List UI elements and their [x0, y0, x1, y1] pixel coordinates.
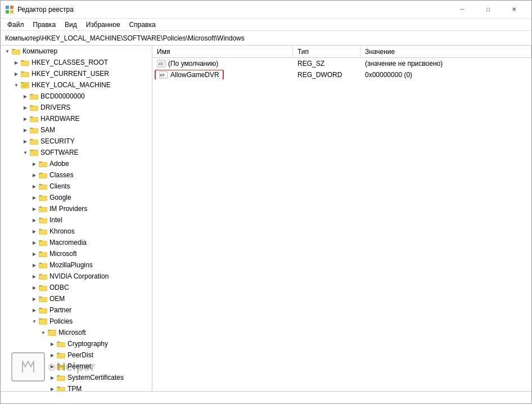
svg-rect-32: [30, 139, 33, 140]
cell-name-allowgamedvr: ## AllowGameDVR: [152, 70, 293, 79]
tree-item-computer[interactable]: ▼ Компьютер: [1, 46, 152, 57]
tree-label-classes: Classes: [49, 171, 74, 179]
tree-label-sam: SAM: [40, 126, 55, 134]
tree-item-software[interactable]: ▼ SOFTWARE: [1, 147, 152, 158]
svg-rect-42: [39, 174, 47, 178]
tree-item-policies[interactable]: ▼ Policies: [1, 316, 152, 327]
minimize-button[interactable]: ─: [449, 1, 475, 19]
svg-rect-0: [6, 6, 9, 9]
tree-item-nvidia[interactable]: ▶ NVIDIA Corporation: [1, 271, 152, 282]
tree-label-policies: Policies: [49, 317, 73, 325]
tree-item-classes[interactable]: ▶ Classes: [1, 169, 152, 181]
menu-help[interactable]: Справка: [125, 20, 160, 30]
svg-rect-20: [30, 94, 33, 95]
tree-item-tpm[interactable]: ▶ TPM: [1, 383, 152, 391]
tree-item-mozillaplugins[interactable]: ▶ MozillaPlugins: [1, 259, 152, 271]
table-row[interactable]: ab (По умолчанию) REG_SZ (значение не пр…: [152, 58, 531, 69]
tree-item-peernet[interactable]: ▶ Peernet: [1, 361, 152, 372]
tree-item-adobe[interactable]: ▶ Adobe: [1, 158, 152, 169]
tree-label-mozillaplugins: MozillaPlugins: [49, 261, 93, 269]
expand-icon-hklm: ▼: [12, 80, 21, 89]
svg-rect-68: [39, 274, 42, 275]
tree-item-clients[interactable]: ▶ Clients: [1, 181, 152, 192]
window-controls: ─ □ ✕: [449, 1, 527, 19]
menu-edit[interactable]: Правка: [29, 20, 61, 30]
tree-item-hkcu[interactable]: ▶ HKEY_CURRENT_USER: [1, 68, 152, 79]
tree-item-hklm[interactable]: ▼ HKEY_LOCAL_MACHINE: [1, 79, 152, 91]
svg-rect-78: [39, 309, 47, 313]
expand-icon-bcd: ▶: [21, 92, 30, 101]
maximize-button[interactable]: □: [475, 1, 501, 19]
svg-rect-30: [30, 129, 38, 133]
window-title: Редактор реестра: [17, 6, 449, 14]
svg-rect-93: [57, 365, 65, 369]
svg-rect-1: [10, 6, 13, 9]
cell-value-default: (значение не присвоено): [360, 58, 531, 69]
svg-rect-44: [39, 184, 42, 185]
table-row[interactable]: ## AllowGameDVR REG_DWORD 0x00000000 (0): [152, 69, 531, 80]
svg-rect-71: [39, 285, 42, 286]
tree-item-hardware[interactable]: ▶ HARDWARE: [1, 113, 152, 124]
tree-item-security[interactable]: ▶ SECURITY: [1, 136, 152, 147]
tree-item-macromedia[interactable]: ▶ Macromedia: [1, 237, 152, 248]
tree-label-adobe: Adobe: [49, 160, 69, 168]
tree-item-systemcerts[interactable]: ▶ SystemCertificates: [1, 372, 152, 383]
tree-item-sam[interactable]: ▶ SAM: [1, 124, 152, 136]
svg-rect-89: [57, 353, 60, 354]
menu-favorites[interactable]: Избранное: [82, 20, 125, 30]
svg-rect-50: [39, 207, 42, 208]
svg-rect-21: [30, 95, 38, 99]
expand-icon-macromedia: ▶: [30, 238, 39, 247]
tree-item-microsoft[interactable]: ▶ Microsoft: [1, 248, 152, 259]
tree-label-khronos: Khronos: [49, 227, 75, 235]
right-panel: Имя Тип Значение ab (По умолчанию): [152, 46, 531, 391]
tree-item-oem[interactable]: ▶ OEM: [1, 293, 152, 304]
tree-item-drivers[interactable]: ▶ DRIVERS: [1, 102, 152, 113]
tree-item-partner[interactable]: ▶ Partner: [1, 304, 152, 316]
tree-item-pol-microsoft[interactable]: ▼ Microsoft: [1, 327, 152, 338]
svg-rect-66: [39, 264, 47, 268]
column-headers: Имя Тип Значение: [152, 46, 531, 58]
svg-rect-24: [30, 106, 38, 110]
title-bar: Редактор реестра ─ □ ✕: [1, 1, 531, 19]
tree-item-peerdist[interactable]: ▶ PeerDist: [1, 349, 152, 361]
svg-rect-95: [57, 375, 60, 376]
svg-rect-83: [48, 330, 51, 331]
expand-icon-classes: ▶: [30, 170, 39, 179]
svg-rect-51: [39, 208, 47, 212]
col-header-type: Тип: [293, 46, 360, 57]
svg-rect-98: [57, 387, 60, 388]
tree-item-google[interactable]: ▶ Google: [1, 192, 152, 203]
tree-item-cryptography[interactable]: ▶ Cryptography: [1, 338, 152, 349]
tree-item-hkcr[interactable]: ▶ HKEY_CLASSES_ROOT: [1, 57, 152, 68]
svg-rect-2: [6, 10, 9, 14]
tree-item-improv[interactable]: ▶ IM Providers: [1, 203, 152, 214]
menu-view[interactable]: Вид: [60, 20, 82, 30]
tree-panel[interactable]: ▼ Компьютер ▶ HKEY_CLASSES_ROOT: [1, 46, 152, 391]
close-button[interactable]: ✕: [501, 1, 527, 19]
menu-file[interactable]: Файл: [3, 20, 29, 30]
svg-rect-87: [57, 343, 65, 347]
tree-label-macromedia: Macromedia: [49, 239, 87, 246]
tree-label-hkcr: HKEY_CLASSES_ROOT: [31, 59, 108, 66]
highlighted-entry: ## AllowGameDVR: [155, 70, 224, 79]
tree-item-odbc[interactable]: ▶ ODBC: [1, 282, 152, 293]
expand-icon-peernet: ▶: [48, 362, 57, 371]
svg-text:ab: ab: [158, 61, 164, 66]
svg-rect-92: [57, 364, 60, 365]
expand-icon-security: ▶: [21, 137, 30, 146]
tree-item-khronos[interactable]: ▶ Khronos: [1, 226, 152, 237]
tree-item-bcd[interactable]: ▶ BCD00000000: [1, 91, 152, 102]
expand-icon-oem: ▶: [30, 294, 39, 303]
tree-item-intel[interactable]: ▶ Intel: [1, 214, 152, 226]
address-path: Компьютер\HKEY_LOCAL_MACHINE\SOFTWARE\Po…: [5, 34, 245, 42]
tree-label-bcd: BCD00000000: [40, 92, 85, 100]
svg-rect-96: [57, 376, 65, 380]
data-rows: ab (По умолчанию) REG_SZ (значение не пр…: [152, 58, 531, 391]
expand-icon-khronos: ▶: [30, 227, 39, 236]
svg-rect-45: [39, 185, 47, 189]
cell-type-allowgamedvr: REG_DWORD: [293, 70, 360, 79]
svg-rect-84: [48, 331, 56, 335]
svg-rect-86: [57, 342, 60, 343]
expand-icon-odbc: ▶: [30, 283, 39, 292]
